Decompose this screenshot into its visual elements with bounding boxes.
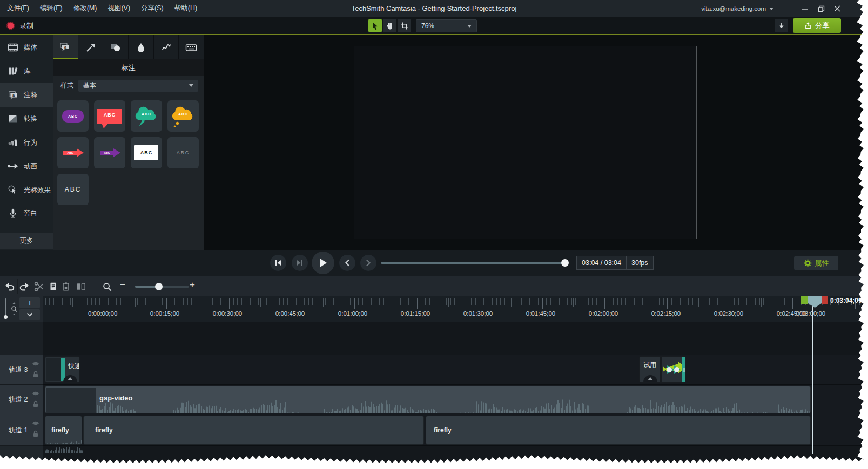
- menu-help[interactable]: 帮助(H): [174, 4, 197, 13]
- menu-file[interactable]: 文件(F): [7, 4, 29, 13]
- lock-icon[interactable]: [32, 430, 39, 437]
- clip-firefly-3[interactable]: firefly: [426, 416, 811, 445]
- next-clip-button[interactable]: [360, 255, 376, 271]
- track-2-lane[interactable]: gsp-video: [43, 385, 868, 414]
- app-toolbar: 录制 76%: [0, 17, 868, 34]
- properties-button[interactable]: 属性: [794, 256, 838, 270]
- timeline-zoom-slider-handle[interactable]: [155, 283, 163, 290]
- eye-icon[interactable]: [32, 391, 39, 396]
- callout-style-white-box[interactable]: ABC: [131, 137, 162, 168]
- sidebar-more-button[interactable]: 更多: [0, 233, 53, 249]
- lock-icon[interactable]: [32, 371, 39, 378]
- step-forward-button[interactable]: [292, 255, 308, 271]
- timeline-empty-area[interactable]: [43, 322, 868, 355]
- menu-share[interactable]: 分享(S): [141, 4, 164, 13]
- minimize-button[interactable]: [797, 0, 813, 17]
- track-header-1[interactable]: 轨道 1: [0, 414, 43, 446]
- clip-animation-effect[interactable]: [661, 356, 686, 383]
- timeline-toolbar: − +: [0, 276, 868, 296]
- tab-blur-highlight[interactable]: [129, 35, 154, 59]
- eye-icon[interactable]: [32, 420, 39, 426]
- clip-quick[interactable]: 快速: [45, 356, 80, 383]
- cut-button[interactable]: [32, 280, 45, 293]
- timeline-ruler[interactable]: 0:00:00;00 0:00:15;00 0:00:30;00 0:00:45…: [43, 296, 868, 322]
- pan-tool-button[interactable]: [383, 19, 396, 32]
- callout-style-teal-cloud[interactable]: ABC: [131, 100, 162, 132]
- clip-firefly-1[interactable]: firefly: [45, 416, 82, 445]
- collapse-tracks-button[interactable]: [19, 309, 40, 320]
- editor-canvas[interactable]: [204, 35, 868, 250]
- sidebar-item-animations[interactable]: 动画: [0, 154, 53, 178]
- add-track-button[interactable]: +: [19, 297, 40, 308]
- clip-animation-notch[interactable]: [63, 375, 77, 382]
- menu-edit[interactable]: 编辑(E): [40, 4, 63, 13]
- track-header-2[interactable]: 轨道 2: [0, 385, 43, 414]
- clip-animation-notch[interactable]: [643, 375, 657, 382]
- download-button[interactable]: [775, 19, 788, 32]
- clip-gsp-video[interactable]: gsp-video: [45, 386, 811, 413]
- screenshot-page: 文件(F) 编辑(E) 修改(M) 视图(V) 分享(S) 帮助(H) Tech…: [0, 0, 868, 469]
- previous-clip-button[interactable]: [339, 255, 355, 271]
- menu-view[interactable]: 视图(V): [107, 4, 130, 13]
- restore-button[interactable]: [813, 0, 829, 17]
- tab-keystroke[interactable]: [179, 35, 204, 59]
- tab-shapes[interactable]: [103, 35, 129, 59]
- behaviors-icon: [6, 136, 19, 149]
- callout-style-red-bubble[interactable]: ABC: [94, 100, 125, 132]
- playhead-out-handle[interactable]: [822, 296, 828, 304]
- timeline-zoom-button[interactable]: [100, 280, 113, 293]
- select-tool-button[interactable]: [368, 19, 382, 32]
- sidebar-item-library[interactable]: 库: [0, 59, 53, 83]
- track-3-lane[interactable]: 快速 试用: [43, 355, 868, 385]
- clip-trial[interactable]: 试用: [639, 356, 661, 383]
- menu-modify[interactable]: 修改(M): [73, 4, 97, 13]
- zoom-level-dropdown[interactable]: 76%: [416, 19, 477, 32]
- track-height-slider-handle[interactable]: [4, 315, 8, 319]
- video-stage[interactable]: [354, 46, 697, 239]
- tab-callouts[interactable]: a: [53, 35, 78, 59]
- export-icon: [804, 22, 812, 30]
- sidebar-item-transitions[interactable]: 转换: [0, 107, 53, 131]
- sidebar-item-media[interactable]: 媒体: [0, 36, 53, 59]
- close-button[interactable]: [829, 0, 845, 17]
- crop-tool-button[interactable]: [398, 19, 411, 32]
- tab-sketch-motion[interactable]: [154, 35, 179, 59]
- account-menu[interactable]: vita.xu@makeding.com: [701, 0, 773, 17]
- play-button[interactable]: [312, 252, 334, 274]
- eye-icon[interactable]: [32, 361, 39, 366]
- playhead-line[interactable]: [812, 303, 813, 454]
- sidebar-item-annotations[interactable]: a 注释: [0, 83, 53, 107]
- callout-style-purple-bubble[interactable]: ABC: [57, 100, 89, 132]
- lock-icon[interactable]: [32, 400, 39, 407]
- sidebar-item-label: 库: [24, 67, 31, 76]
- clip-firefly-2[interactable]: firefly: [83, 416, 424, 445]
- callout-style-large-text[interactable]: ABC: [57, 174, 89, 205]
- copy-button[interactable]: [46, 280, 59, 293]
- zoom-in-button[interactable]: +: [190, 280, 195, 290]
- animations-icon: [6, 160, 19, 173]
- undo-button[interactable]: [3, 280, 16, 293]
- sidebar-item-cursor-effects[interactable]: 光标效果: [0, 178, 53, 202]
- share-button[interactable]: 分享: [793, 18, 841, 33]
- paste-button[interactable]: [59, 280, 72, 293]
- split-button[interactable]: [75, 280, 88, 293]
- step-backward-button[interactable]: [270, 255, 286, 271]
- track-1-lane[interactable]: firefly firefly firefly: [43, 414, 868, 446]
- callout-style-plain-text[interactable]: ABC: [167, 137, 199, 168]
- callout-style-red-arrow[interactable]: ABC: [57, 137, 89, 168]
- playhead-in-handle[interactable]: [801, 296, 808, 304]
- seek-slider[interactable]: [381, 262, 565, 264]
- tab-arrows[interactable]: [78, 35, 104, 59]
- seek-slider-handle[interactable]: [561, 259, 569, 267]
- callout-style-orange-thought-cloud[interactable]: ABC: [167, 100, 199, 132]
- track-header-3[interactable]: 轨道 3: [0, 355, 43, 385]
- zoom-out-button[interactable]: −: [120, 280, 125, 290]
- style-dropdown[interactable]: 基本: [78, 80, 198, 92]
- callout-style-purple-arrow[interactable]: ABC: [94, 137, 125, 168]
- cursor-icon: [371, 22, 379, 30]
- ruler-label: 0:00:45;00: [275, 310, 305, 317]
- redo-button[interactable]: [18, 280, 31, 293]
- sidebar-item-behaviors[interactable]: 行为: [0, 131, 53, 154]
- sidebar-item-voice-narration[interactable]: 旁白: [0, 201, 53, 225]
- record-button[interactable]: 录制: [6, 17, 33, 34]
